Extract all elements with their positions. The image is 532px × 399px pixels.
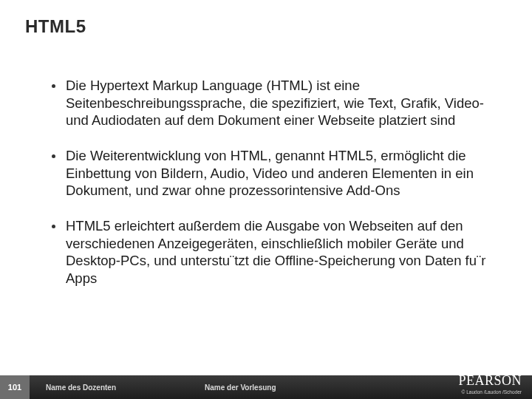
slide: HTML5 Die Hypertext Markup Language (HTM… <box>0 0 532 399</box>
bullet-item: Die Weiterentwicklung von HTML, genannt … <box>52 147 507 200</box>
bullet-text: Die Hypertext Markup Language (HTML) ist… <box>66 77 507 129</box>
bullet-item: Die Hypertext Markup Language (HTML) ist… <box>52 77 507 129</box>
bullet-text: Die Weiterentwicklung von HTML, genannt … <box>66 147 507 200</box>
brand-logo: PEARSON <box>458 373 522 389</box>
slide-footer: 101 Name des Dozenten Name der Vorlesung… <box>0 375 532 399</box>
bullet-dot-icon <box>52 225 55 228</box>
page-number: 101 <box>0 375 30 399</box>
lecturer-name: Name des Dozenten <box>46 383 116 392</box>
bullet-dot-icon <box>52 84 55 88</box>
slide-body: Die Hypertext Markup Language (HTML) ist… <box>52 77 507 305</box>
lecture-name: Name der Vorlesung <box>205 383 276 392</box>
bullet-text: HTML5 erleichtert außerdem die Ausgabe v… <box>66 217 507 287</box>
slide-title: HTML5 <box>25 16 86 37</box>
bullet-item: HTML5 erleichtert außerdem die Ausgabe v… <box>52 217 507 287</box>
bullet-dot-icon <box>52 154 55 158</box>
copyright-text: © Laudon /Laudon /Schoder <box>458 389 522 395</box>
brand-block: PEARSON © Laudon /Laudon /Schoder <box>458 373 522 395</box>
